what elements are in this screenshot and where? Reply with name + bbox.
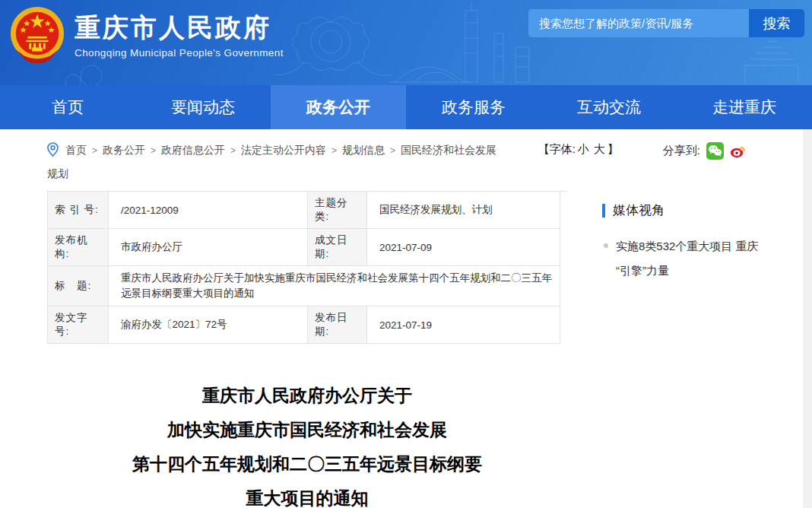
search-input[interactable] xyxy=(528,9,749,37)
page-body: 首页>政务公开>政府信息公开>法定主动公开内容>规划信息>国民经济和社会发展规划… xyxy=(0,129,812,508)
font-size-label-close: 】 xyxy=(607,142,619,155)
meta-date-pub-value: 2021-07-19 xyxy=(367,306,560,344)
meta-index-value: /2021-12009 xyxy=(109,192,308,229)
breadcrumb-separator: > xyxy=(151,145,156,156)
breadcrumb-item-home[interactable]: 首页 xyxy=(65,144,87,156)
meta-date-written-value: 2021-07-09 xyxy=(367,229,560,266)
sidebar-title: 媒体视角 xyxy=(613,202,665,219)
breadcrumb-item-gov-disclosure[interactable]: 政府信息公开 xyxy=(161,144,225,156)
site-subtitle: Chongqing Municipal People's Government xyxy=(75,47,284,59)
site-title: 重庆市人民政府 xyxy=(75,12,284,43)
meta-title-label: 标 题: xyxy=(48,266,109,306)
weibo-share-icon[interactable] xyxy=(729,142,747,160)
document-title-line: 加快实施重庆市国民经济和社会发展 xyxy=(47,413,567,447)
wechat-share-icon[interactable] xyxy=(706,142,724,160)
national-emblem-icon xyxy=(8,5,67,65)
font-size-label: 【字体: xyxy=(538,142,576,155)
sidebar-list-item[interactable]: 实施8类532个重大项目 重庆“引擎”力量 xyxy=(602,234,781,283)
meta-doc-no-value: 渝府办发〔2021〕72号 xyxy=(109,306,308,344)
breadcrumb-item-gov-info[interactable]: 政务公开 xyxy=(103,144,145,156)
document-title-line: 第十四个五年规划和二〇三五年远景目标纲要 xyxy=(47,447,567,481)
scrollbar-track[interactable] xyxy=(803,129,812,508)
site-header: 重庆市人民政府 Chongqing Municipal People's Gov… xyxy=(0,0,812,85)
font-larger-button[interactable]: 大 xyxy=(594,142,605,155)
document-meta-table: 索 引 号: /2021-12009 主题分类: 国民经济发展规划、计划 发布机… xyxy=(47,191,567,344)
location-pin-icon xyxy=(47,142,59,157)
document-title-line: 重庆市人民政府办公厅关于 xyxy=(47,379,567,413)
page-toolbar: 【字体:小大】 分享到: xyxy=(538,138,747,160)
breadcrumb-separator: > xyxy=(390,145,395,156)
meta-org-label: 发布机构: xyxy=(48,229,109,266)
meta-title-value: 重庆市人民政府办公厅关于加快实施重庆市国民经济和社会发展第十四个五年规划和二〇三… xyxy=(109,266,560,306)
nav-item-services[interactable]: 政务服务 xyxy=(406,85,541,129)
sidebar-item-text: 实施8类532个重大项目 重庆“引擎”力量 xyxy=(616,234,772,283)
search-box: 搜索 xyxy=(528,9,804,37)
breadcrumb-row: 首页>政务公开>政府信息公开>法定主动公开内容>规划信息>国民经济和社会发展规划… xyxy=(47,138,789,185)
nav-item-gov-info[interactable]: 政务公开 xyxy=(271,85,406,129)
document-title-line: 重大项目的通知 xyxy=(47,481,567,508)
breadcrumb-separator: > xyxy=(230,145,236,156)
site-logo[interactable]: 重庆市人民政府 Chongqing Municipal People's Gov… xyxy=(8,5,284,65)
site-title-block: 重庆市人民政府 Chongqing Municipal People's Gov… xyxy=(75,12,284,59)
sidebar-header: 媒体视角 xyxy=(602,202,781,219)
breadcrumb-separator: > xyxy=(331,145,337,156)
font-smaller-button[interactable]: 小 xyxy=(578,142,589,155)
breadcrumb-item-planning-info[interactable]: 规划信息 xyxy=(342,144,385,156)
meta-date-written-label: 成文日期: xyxy=(308,229,367,266)
meta-topic-value: 国民经济发展规划、计划 xyxy=(367,192,560,229)
breadcrumb: 首页>政务公开>政府信息公开>法定主动公开内容>规划信息>国民经济和社会发展规划 xyxy=(47,138,502,185)
breadcrumb-separator: > xyxy=(92,145,97,156)
sidebar: 媒体视角 实施8类532个重大项目 重庆“引擎”力量 xyxy=(602,191,781,508)
share-label: 分享到: xyxy=(663,144,700,158)
nav-item-home[interactable]: 首页 xyxy=(0,85,135,129)
content-columns: 索 引 号: /2021-12009 主题分类: 国民经济发展规划、计划 发布机… xyxy=(47,191,789,508)
main-nav: 首页 要闻动态 政务公开 政务服务 互动交流 走进重庆 xyxy=(0,85,812,129)
nav-item-news[interactable]: 要闻动态 xyxy=(135,85,271,129)
meta-date-pub-label: 发布日期: xyxy=(308,306,367,344)
nav-item-interaction[interactable]: 互动交流 xyxy=(541,85,677,129)
sidebar-accent-bar xyxy=(602,204,605,217)
document-title: 重庆市人民政府办公厅关于 加快实施重庆市国民经济和社会发展 第十四个五年规划和二… xyxy=(47,379,567,508)
share-icons xyxy=(706,142,747,160)
main-column: 索 引 号: /2021-12009 主题分类: 国民经济发展规划、计划 发布机… xyxy=(47,191,567,508)
meta-org-value: 市政府办公厅 xyxy=(109,229,308,266)
share-widget: 分享到: xyxy=(663,142,747,160)
nav-item-about-chongqing[interactable]: 走进重庆 xyxy=(677,85,812,129)
search-button[interactable]: 搜索 xyxy=(749,9,804,37)
breadcrumb-item-statutory-content[interactable]: 法定主动公开内容 xyxy=(241,144,326,156)
meta-doc-no-label: 发文字号: xyxy=(48,306,109,344)
bullet-icon xyxy=(604,243,608,248)
meta-index-label: 索 引 号: xyxy=(48,192,109,229)
font-size-widget: 【字体:小大】 xyxy=(538,142,619,160)
meta-topic-label: 主题分类: xyxy=(308,192,367,229)
content-area: 首页>政务公开>政府信息公开>法定主动公开内容>规划信息>国民经济和社会发展规划… xyxy=(0,129,812,508)
